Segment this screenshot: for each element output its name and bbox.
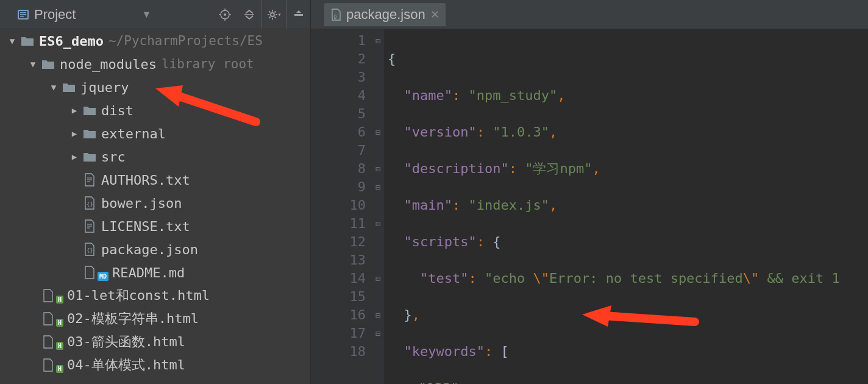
folder-icon [41, 57, 55, 71]
svg-line-19 [269, 16, 271, 18]
svg-line-18 [275, 11, 276, 12]
tree-label: src [101, 149, 126, 165]
svg-line-17 [275, 16, 276, 18]
chevron-down-icon: ▼ [141, 9, 151, 20]
tree-label: 04-单体模式.html [67, 356, 185, 374]
line-number: 18 [311, 343, 366, 361]
md-badge: MD [98, 272, 108, 281]
tree-label: bower.json [101, 196, 182, 211]
h-badge: H [56, 296, 63, 304]
markdown-file-icon [83, 266, 96, 279]
svg-line-16 [269, 11, 271, 12]
tree-file-license[interactable]: LICENSE.txt [0, 215, 310, 238]
folder-icon [83, 104, 96, 117]
editor-tab-package-json[interactable]: {} package.json ✕ [324, 3, 446, 26]
line-number: 11 [311, 215, 366, 233]
line-number: 1 [311, 32, 366, 50]
code-editor[interactable]: 1 2 3 4 5 6 7 8 9 10 11 12 13 14 15 16 1… [311, 29, 868, 384]
code-area[interactable]: { "name": "npm_study", "version": "1.0.3… [384, 29, 868, 384]
tree-src[interactable]: src [0, 145, 310, 168]
ide-toolbar: Project ▼ ▾ {} [0, 0, 868, 29]
line-number: 16 [311, 306, 366, 324]
svg-point-11 [271, 13, 274, 16]
line-number: 3 [311, 68, 366, 87]
caret-icon[interactable] [24, 59, 41, 69]
tree-label: jquery [80, 80, 129, 95]
collapse-all-icon[interactable] [237, 0, 261, 29]
caret-icon[interactable] [4, 36, 21, 46]
line-number: 15 [311, 288, 366, 306]
editor-tabbar: {} package.json ✕ [311, 3, 868, 26]
tree-label: external [101, 126, 166, 141]
tree-path: ~/PycharmProjects/ES [108, 34, 263, 48]
fold-gutter[interactable]: ⊟ ⊟⊟ ⊟⊟ ⊟⊟⊟ [372, 29, 384, 384]
tree-file-03[interactable]: H 03-箭头函数.html [0, 330, 310, 354]
html-file-icon [41, 312, 55, 325]
svg-text:{}: {} [87, 247, 93, 254]
html-file-icon [41, 335, 55, 349]
text-file-icon [83, 219, 96, 233]
tree-label: 03-箭头函数.html [67, 333, 185, 351]
project-icon [17, 9, 29, 21]
tree-file-02[interactable]: H 02-模板字符串.html [0, 307, 310, 330]
close-tab-icon[interactable]: ✕ [430, 8, 439, 21]
tree-label: 02-模板字符串.html [67, 310, 199, 328]
line-number: 7 [311, 141, 366, 160]
editor-tab-label: package.json [346, 7, 425, 23]
svg-text:{}: {} [87, 201, 93, 207]
html-file-icon [41, 289, 55, 302]
project-tree[interactable]: ES6_demo ~/PycharmProjects/ES node_modul… [0, 29, 311, 384]
gear-icon[interactable]: ▾ [261, 0, 286, 29]
svg-rect-3 [20, 16, 24, 17]
tree-jquery[interactable]: jquery [0, 76, 310, 99]
tree-node-modules[interactable]: node_modules library root [0, 52, 310, 76]
line-number: 8 [311, 160, 366, 178]
tree-label: package.json [101, 242, 198, 257]
locate-icon[interactable] [213, 0, 237, 29]
line-number: 2 [311, 50, 366, 68]
project-tool-window-toggle[interactable]: Project ▼ [17, 7, 151, 23]
line-number: 9 [311, 178, 366, 196]
line-number: 17 [311, 324, 366, 343]
tree-file-01[interactable]: H 01-let和const.html [0, 284, 310, 307]
folder-icon [21, 34, 34, 48]
caret-icon[interactable] [66, 129, 83, 138]
tree-dist[interactable]: dist [0, 99, 310, 122]
h-badge: H [56, 319, 63, 327]
h-badge: H [56, 365, 63, 373]
tree-label: README.md [112, 265, 185, 280]
tree-label: AUTHORS.txt [101, 172, 190, 188]
html-file-icon [41, 358, 55, 372]
tree-file-bower[interactable]: {} bower.json [0, 191, 310, 215]
tree-label: node_modules [60, 57, 157, 72]
svg-point-5 [224, 13, 226, 16]
svg-rect-2 [20, 14, 26, 15]
folder-icon [62, 80, 76, 94]
json-file-icon: {} [83, 196, 96, 210]
tree-file-04[interactable]: H 04-单体模式.html [0, 354, 310, 377]
svg-rect-1 [20, 12, 26, 13]
caret-icon[interactable] [45, 82, 62, 92]
caret-icon[interactable] [66, 152, 83, 162]
h-badge: H [56, 342, 63, 350]
tree-note: library root [162, 57, 254, 71]
tree-label: LICENSE.txt [101, 219, 190, 234]
caret-icon[interactable] [66, 105, 83, 115]
tree-file-readme[interactable]: MD README.md [0, 261, 310, 284]
tree-label: dist [101, 103, 133, 118]
line-number: 5 [311, 105, 366, 123]
text-file-icon [83, 173, 96, 187]
tree-label: ES6_demo [39, 34, 104, 49]
json-file-icon: {} [83, 243, 96, 256]
tree-file-authors[interactable]: AUTHORS.txt [0, 168, 310, 191]
tree-external[interactable]: external [0, 122, 310, 145]
line-number: 13 [311, 251, 366, 269]
tree-root[interactable]: ES6_demo ~/PycharmProjects/ES [0, 29, 310, 52]
line-number: 6 [311, 123, 366, 141]
folder-icon [83, 127, 96, 140]
line-number: 12 [311, 233, 366, 251]
tree-label: 01-let和const.html [67, 286, 210, 305]
hide-icon[interactable] [286, 0, 310, 29]
folder-icon [83, 150, 96, 163]
tree-file-package[interactable]: {} package.json [0, 238, 310, 261]
